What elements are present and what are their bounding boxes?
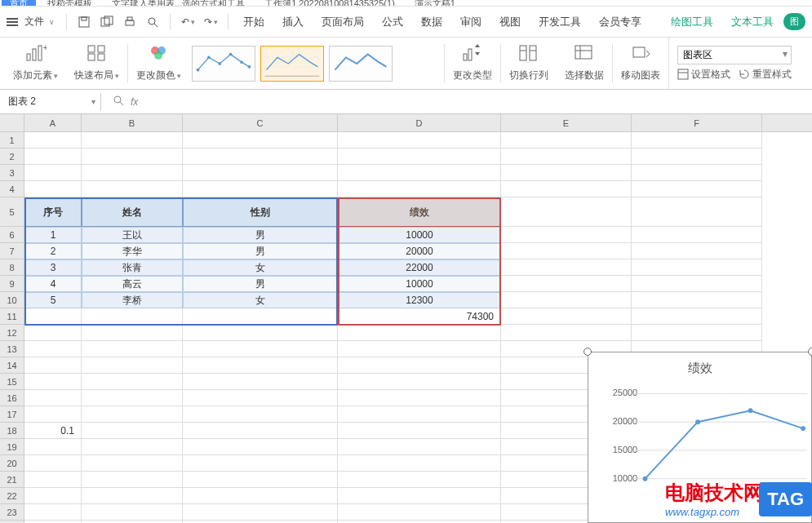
select-all-corner[interactable] (0, 114, 24, 132)
row-header[interactable]: 23 (0, 504, 24, 521)
menu-vip[interactable]: 会员专享 (591, 15, 650, 29)
chart-handle[interactable] (583, 348, 592, 356)
fx-label[interactable]: fx (131, 96, 138, 108)
ribbon-quick-layout[interactable]: 快速布局▾ (66, 38, 127, 89)
row-header[interactable]: 22 (0, 488, 24, 504)
row-header[interactable]: 8 (0, 259, 24, 276)
menu-layout[interactable]: 页面布局 (313, 15, 372, 29)
cell-a18[interactable]: 0.1 (24, 423, 82, 439)
reset-style-button[interactable]: 重置样式 (739, 68, 792, 82)
ribbon-move-chart[interactable]: 移动图表 (613, 38, 668, 89)
name-box[interactable]: 图表 2 (3, 93, 101, 111)
svg-text:25000: 25000 (613, 388, 637, 397)
table-header[interactable]: 序号 (24, 197, 82, 227)
menu-pic[interactable]: 图 (783, 13, 805, 30)
chart-style-2[interactable] (260, 46, 324, 82)
chart-handle[interactable] (808, 348, 812, 356)
row-header[interactable]: 19 (0, 439, 24, 455)
menu-view[interactable]: 视图 (491, 15, 529, 29)
svg-rect-9 (33, 49, 36, 60)
tab-workbook[interactable]: 工作簿1.20220810081435325(1) (256, 0, 403, 7)
menu-start[interactable]: 开始 (235, 15, 273, 29)
col-header[interactable]: F (632, 114, 762, 131)
row-header[interactable]: 20 (0, 455, 24, 472)
set-format-button[interactable]: 设置格式 (677, 68, 730, 82)
menu-insert[interactable]: 插入 (274, 15, 312, 29)
svg-rect-15 (98, 54, 104, 60)
svg-line-7 (154, 24, 158, 27)
menubar: 文件∨ ↶▾ ↷▾ 开始 插入 页面布局 公式 数据 审阅 视图 开发工具 会员… (0, 7, 812, 38)
tab-home[interactable]: 首页 (2, 0, 36, 7)
svg-rect-38 (678, 69, 688, 79)
tab-presentation[interactable]: 演示文稿1 (406, 0, 464, 7)
svg-rect-13 (98, 46, 104, 52)
save-icon[interactable] (77, 15, 91, 29)
table-header[interactable]: 姓名 (82, 197, 183, 227)
svg-point-21 (218, 62, 221, 65)
undo-icon[interactable]: ↶▾ (180, 15, 195, 29)
row-header[interactable]: 2 (0, 148, 24, 165)
table-header[interactable]: 绩效 (338, 197, 501, 227)
menu-dev[interactable]: 开发工具 (530, 15, 589, 29)
row-header[interactable]: 12 (0, 325, 24, 341)
svg-rect-5 (127, 17, 132, 20)
svg-text:+: + (43, 44, 47, 52)
row-header[interactable]: 15 (0, 374, 24, 390)
table-header[interactable]: 性别 (183, 197, 338, 227)
row-header[interactable]: 13 (0, 341, 24, 357)
ribbon-switch-rc[interactable]: 切换行列 (501, 38, 557, 89)
svg-point-24 (248, 64, 251, 68)
row-header[interactable]: 1 (0, 132, 24, 148)
col-header[interactable]: A (24, 114, 82, 131)
sum-cell[interactable]: 74300 (338, 308, 501, 325)
svg-rect-28 (464, 54, 467, 60)
svg-point-6 (149, 18, 155, 24)
row-header[interactable]: 18 (0, 423, 24, 439)
svg-rect-8 (27, 54, 30, 60)
svg-line-41 (120, 102, 123, 105)
ribbon-select-data[interactable]: 选择数据 (557, 38, 612, 89)
row-header[interactable]: 6 (0, 227, 24, 243)
row-header[interactable]: 21 (0, 472, 24, 488)
row-header[interactable]: 4 (0, 181, 24, 197)
col-header[interactable]: D (338, 114, 501, 131)
chart-style-1[interactable] (192, 46, 255, 82)
ribbon-change-type[interactable]: 更改类型 (445, 38, 500, 89)
chart-style-3[interactable] (329, 46, 393, 82)
tab-doc-text[interactable]: 文字建入类用表...选的方式和工具 (104, 0, 253, 7)
col-header[interactable]: B (82, 114, 183, 131)
menu-data[interactable]: 数据 (413, 15, 450, 29)
row-header[interactable]: 14 (0, 357, 24, 374)
svg-point-51 (695, 419, 700, 424)
menu-text-tools[interactable]: 文本工具 (723, 15, 782, 29)
col-header[interactable]: C (183, 114, 338, 131)
chart-area-dropdown[interactable]: 图表区 (677, 46, 792, 64)
redo-icon[interactable]: ↷▾ (203, 15, 218, 29)
save-as-icon[interactable] (100, 15, 114, 29)
chart-title[interactable]: 绩效 (588, 352, 811, 379)
row-header[interactable]: 7 (0, 243, 24, 259)
tab-templates[interactable]: 找稻壳模板 (39, 0, 100, 7)
col-header[interactable]: E (501, 114, 632, 131)
row-header[interactable]: 16 (0, 390, 24, 406)
hamburger-icon[interactable] (7, 18, 18, 26)
row-header[interactable]: 5 (0, 197, 24, 227)
menu-formula[interactable]: 公式 (374, 15, 411, 29)
svg-rect-0 (79, 17, 89, 27)
row-header[interactable]: 9 (0, 276, 24, 292)
file-menu[interactable]: 文件∨ (20, 15, 60, 29)
print-icon[interactable] (122, 15, 137, 29)
ribbon-add-element[interactable]: + 添加元素▾ (5, 38, 66, 89)
preview-icon[interactable] (145, 15, 160, 29)
menu-review[interactable]: 审阅 (452, 15, 490, 29)
document-tabs: 首页 找稻壳模板 文字建入类用表...选的方式和工具 工作簿1.20220810… (0, 0, 812, 7)
row-header[interactable]: 17 (0, 406, 24, 423)
row-header[interactable]: 11 (0, 308, 24, 325)
row-header[interactable]: 3 (0, 165, 24, 181)
menu-chart-tools[interactable]: 绘图工具 (663, 15, 721, 29)
col-headers: A B C D E F (24, 114, 812, 132)
svg-text:10000: 10000 (613, 473, 637, 483)
row-header[interactable]: 10 (0, 292, 24, 308)
zoom-icon[interactable] (113, 95, 124, 109)
ribbon-change-color[interactable]: 更改颜色▾ (128, 38, 189, 89)
